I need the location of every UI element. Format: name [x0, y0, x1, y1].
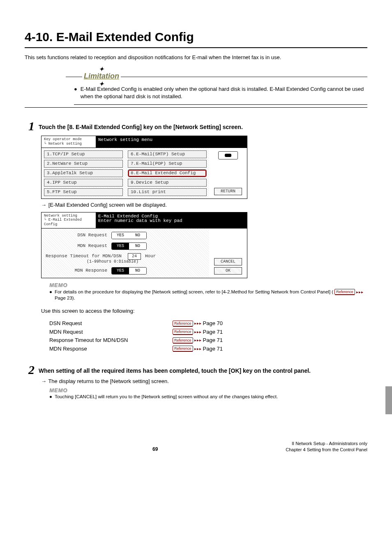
page-number: 69: [152, 446, 158, 452]
ref-mdn-page: Page 71: [203, 328, 223, 336]
dsn-toggle[interactable]: YES NO: [111, 232, 147, 239]
access-intro: Use this screen to access the following:: [41, 307, 367, 315]
return-button[interactable]: RETURN: [214, 188, 242, 195]
mdn-response-toggle[interactable]: YES NO: [111, 267, 147, 275]
step2-result: → The display returns to the [Network se…: [41, 378, 367, 385]
arrow-right-icon: →: [41, 378, 47, 385]
timeout-label: Response Timeout for MDN/DSN: [46, 254, 124, 259]
menu-netware[interactable]: 2.NetWare Setup: [44, 160, 123, 168]
toggle-no[interactable]: NO: [129, 243, 146, 249]
arrow-right-icon: →: [41, 201, 47, 209]
step1-result: → [E-Mail Extended Config] screen will b…: [41, 201, 367, 209]
step-number-1: 1: [25, 120, 35, 132]
footer-section: II Network Setup - Administrators only: [286, 441, 367, 447]
side-tab: [385, 386, 392, 414]
reference-dots-icon: ▸▸▸: [193, 337, 203, 343]
menu-appletalk[interactable]: 3.AppleTalk Setup: [44, 169, 123, 177]
toggle-yes[interactable]: YES: [112, 232, 129, 239]
reference-badge: Reference: [173, 329, 193, 335]
ok-button[interactable]: OK: [214, 267, 242, 275]
menu-device-setup[interactable]: 9.Device Setup: [128, 179, 207, 187]
limitation-label: ✦ Limitation ✦: [82, 72, 121, 80]
memo-page-ref: Page 23).: [55, 295, 75, 300]
page-footer: 69 II Network Setup - Administrators onl…: [25, 437, 367, 453]
panel-title: Network setting menu: [96, 136, 247, 148]
mdn-response-label: MDN Response: [46, 268, 107, 273]
section-title: 4-10. E-Mail Extended Config: [25, 29, 367, 48]
ref-response: MDN Response: [49, 345, 173, 353]
network-setting-panel: Key operator mode └ Network setting Netw…: [41, 136, 247, 199]
timeout-hint: (1-99hours 0:Disable): [46, 260, 205, 264]
ref-response-page: Page 71: [203, 345, 223, 353]
dsn-request-label: DSN Request: [46, 233, 107, 238]
menu-email-extended[interactable]: 8.E-Mail Extended Config: [128, 169, 207, 177]
timeout-value[interactable]: 24: [128, 253, 141, 260]
menu-tcpip[interactable]: 1.TCP/IP Setup: [44, 150, 123, 158]
reference-dots-icon: ▸▸▸: [193, 346, 203, 352]
memo-label-2: MEMO: [49, 387, 367, 394]
breadcrumb-line1: Key operator mode: [44, 137, 93, 142]
reference-badge: Reference: [334, 289, 355, 295]
memo2-text: Touching [CANCEL] will return you to the…: [55, 394, 278, 400]
ref-timeout-page: Page 71: [203, 337, 223, 344]
panel2-title: E-Mail Extended Config Enter numeric dat…: [96, 212, 247, 228]
ref-timeout: Response Timeout for MDN/DSN: [49, 337, 173, 344]
ref-mdn: MDN Request: [49, 328, 173, 336]
spark-icon: ✦: [99, 67, 104, 71]
reference-table: DSN Request Reference▸▸▸ Page 70 MDN Req…: [49, 320, 367, 352]
contrast-indicator: [218, 151, 238, 159]
reference-badge: Reference: [173, 321, 193, 326]
menu-list-print[interactable]: 10.List print: [128, 188, 207, 196]
toggle-no[interactable]: NO: [129, 232, 146, 239]
toggle-yes[interactable]: YES: [112, 243, 129, 249]
toggle-no[interactable]: NO: [129, 268, 146, 274]
mdn-toggle[interactable]: YES NO: [111, 242, 147, 250]
ref-dsn: DSN Request: [49, 320, 173, 327]
memo-text: For details on the procedure for display…: [55, 289, 334, 294]
memo-body-2: ● Touching [CANCEL] will return you to t…: [49, 394, 367, 400]
menu-email-smtp[interactable]: 6.E-Mail(SMTP) Setup: [128, 150, 207, 158]
panel2-breadcrumb: Network setting └ E-Mail Extended Config: [42, 212, 96, 228]
reference-badge: Reference: [173, 337, 193, 343]
toggle-yes[interactable]: YES: [112, 268, 129, 274]
step1-result-text: [E-Mail Extended Config] screen will be …: [48, 202, 167, 208]
menu-email-pop[interactable]: 7.E-Mail(POP) Setup: [128, 160, 207, 168]
reference-dots-icon: ▸▸▸: [355, 290, 365, 294]
menu-ipp[interactable]: 4.IPP Setup: [44, 179, 123, 187]
breadcrumb-line2: └ Network setting: [44, 142, 93, 146]
timeout-unit: Hour: [145, 254, 156, 259]
limitation-label-text: Limitation: [84, 72, 119, 80]
limitation-heading: ✦ Limitation ✦: [66, 72, 367, 80]
memo-label: MEMO: [49, 282, 367, 289]
intro-text: This sets functions related to reception…: [25, 54, 367, 61]
limitation-body: ● E-Mail Extended Config is enabled only…: [74, 85, 367, 105]
step2-heading: When setting of all the required items h…: [39, 364, 311, 375]
panel2-title-l1: E-Mail Extended Config: [98, 214, 244, 219]
bullet-icon: ●: [49, 394, 52, 400]
reference-dots-icon: ▸▸▸: [193, 329, 203, 335]
step1-heading: Touch the [8. E-Mail Extended Config] ke…: [39, 120, 243, 131]
panel2-title-l2: Enter numeric data with key pad: [98, 219, 244, 223]
reference-dots-icon: ▸▸▸: [193, 321, 203, 326]
memo-body: ● For details on the procedure for displ…: [49, 289, 367, 302]
breadcrumb2-line1: Network setting: [44, 214, 93, 218]
bullet-icon: ●: [74, 85, 77, 100]
cancel-button[interactable]: CANCEL: [214, 258, 242, 265]
panel-breadcrumb: Key operator mode └ Network setting: [42, 136, 96, 148]
spark-icon: ✦: [99, 82, 104, 85]
ref-dsn-page: Page 70: [203, 320, 223, 327]
limitation-text: E-Mail Extended Config is enabled only w…: [81, 85, 367, 100]
email-extended-panel: Network setting └ E-Mail Extended Config…: [41, 212, 247, 278]
bullet-icon: ●: [49, 289, 52, 302]
step2-result-text: The display returns to the [Network sett…: [48, 378, 168, 384]
breadcrumb2-line2: └ E-Mail Extended Config: [44, 218, 93, 227]
footer-chapter: Chapter 4 Setting from the Control Panel: [286, 447, 367, 453]
step-number-2: 2: [25, 364, 35, 376]
menu-ftp[interactable]: 5.FTP Setup: [44, 188, 123, 196]
reference-badge: Reference: [173, 346, 193, 351]
mdn-request-label: MDN Request: [46, 244, 107, 248]
